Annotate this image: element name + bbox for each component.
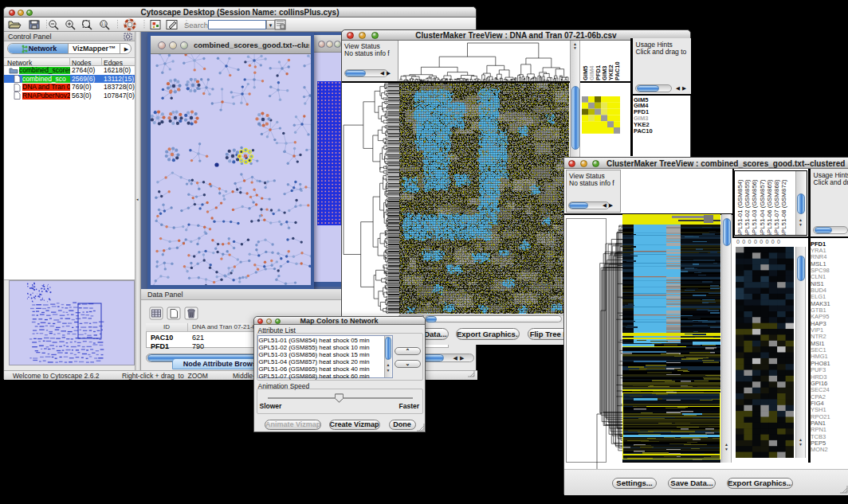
svg-text:GPL51-03 (GSM856): GPL51-03 (GSM856)	[751, 179, 758, 236]
svg-text:1:1: 1:1	[101, 22, 107, 26]
svg-text:GPL51-04 (GSM857): GPL51-04 (GSM857)	[759, 179, 766, 236]
svg-text:GPL51-06 (GSM865): GPL51-06 (GSM865)	[766, 179, 773, 236]
svg-text:GPL51-08 (GSM872): GPL51-08 (GSM872)	[780, 179, 787, 236]
svg-text:GPL51-02 (GSM855): GPL51-02 (GSM855)	[744, 179, 751, 236]
svg-text:GPL51-01 (GSM854): GPL51-01 (GSM854)	[736, 179, 744, 236]
svg-text:PAC10: PAC10	[614, 61, 621, 80]
svg-text:GPL51-07 (GSM868): GPL51-07 (GSM868)	[773, 179, 780, 236]
